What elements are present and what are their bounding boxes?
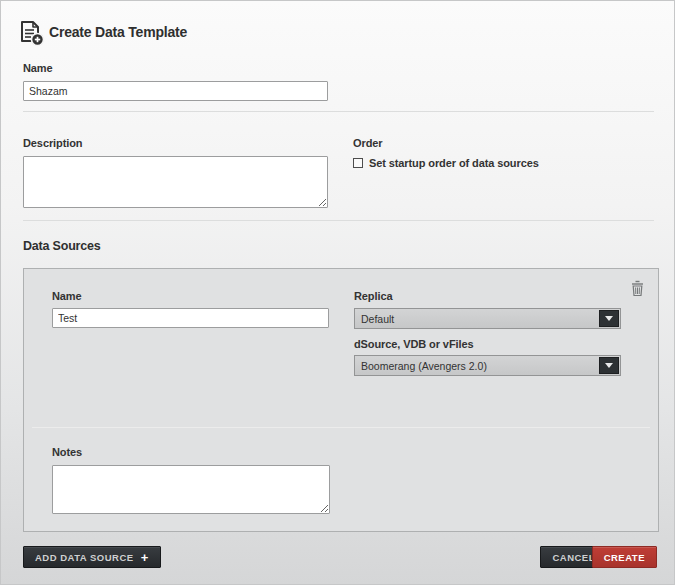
ds-name-input[interactable]: [52, 308, 329, 328]
description-label: Description: [23, 137, 82, 149]
order-label: Order: [353, 137, 382, 149]
replica-dropdown-button[interactable]: [599, 310, 619, 327]
replica-selected-value: Default: [361, 313, 394, 325]
dsource-dropdown-button[interactable]: [599, 357, 619, 374]
chevron-down-icon: [605, 363, 613, 368]
section-divider-top: [23, 111, 654, 112]
section-divider-middle: [23, 220, 654, 221]
description-textarea[interactable]: [23, 156, 328, 208]
ds-name-label: Name: [52, 290, 82, 302]
chevron-down-icon: [605, 316, 613, 321]
plus-icon: +: [141, 551, 149, 564]
replica-label: Replica: [354, 290, 392, 302]
create-data-template-dialog: Create Data Template Name Description Or…: [0, 0, 675, 585]
card-inner-divider: [32, 427, 650, 428]
create-label: Create: [604, 552, 645, 563]
startup-order-checkbox-row: Set startup order of data sources: [353, 157, 539, 169]
notes-textarea[interactable]: [52, 465, 330, 514]
startup-order-checkbox[interactable]: [353, 158, 363, 168]
name-label: Name: [23, 62, 53, 74]
notes-label: Notes: [52, 446, 82, 458]
add-data-source-label: Add Data Source: [35, 552, 134, 563]
trash-icon: [630, 280, 645, 297]
replica-select[interactable]: Default: [354, 308, 621, 329]
add-data-source-button[interactable]: Add Data Source +: [23, 546, 161, 568]
dsource-select[interactable]: Boomerang (Avengers 2.0): [354, 355, 621, 376]
name-input[interactable]: [23, 81, 328, 101]
data-sources-heading: Data Sources: [23, 239, 101, 253]
startup-order-checkbox-label: Set startup order of data sources: [369, 157, 539, 169]
page-title: Create Data Template: [49, 24, 187, 40]
dsource-selected-value: Boomerang (Avengers 2.0): [361, 360, 487, 372]
new-template-document-icon: [17, 19, 45, 47]
cancel-label: Cancel: [552, 552, 595, 563]
delete-data-source-button[interactable]: [630, 280, 645, 297]
data-source-card: Name Replica Default dSource, VDB or vFi…: [23, 268, 659, 532]
create-button[interactable]: Create: [592, 546, 657, 568]
dsource-label: dSource, VDB or vFiles: [354, 338, 473, 350]
